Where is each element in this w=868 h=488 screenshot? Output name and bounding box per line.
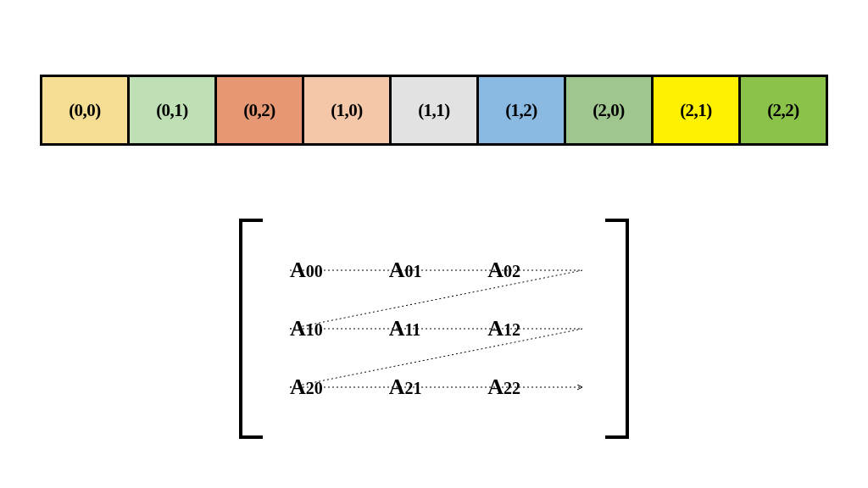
array-cell: (0,1) bbox=[127, 77, 214, 143]
matrix-element: A22 bbox=[487, 374, 520, 400]
array-cell: (1,1) bbox=[389, 77, 476, 143]
matrix-element: A21 bbox=[389, 374, 422, 400]
array-cell: (1,2) bbox=[476, 77, 564, 143]
matrix-element: A02 bbox=[487, 258, 520, 283]
matrix-element: A10 bbox=[290, 316, 323, 341]
matrix-element: A20 bbox=[290, 374, 323, 400]
matrix-element: A01 bbox=[389, 258, 422, 283]
array-cell: (2,1) bbox=[651, 77, 738, 143]
matrix-element: A12 bbox=[487, 316, 520, 341]
matrix-element: A11 bbox=[389, 316, 421, 341]
matrix-element: A00 bbox=[290, 258, 323, 283]
linear-array: (0,0)(0,1)(0,2)(1,0)(1,1)(1,2)(2,0)(2,1)… bbox=[40, 75, 828, 146]
matrix: A00A01A02A10A11A12A20A21A22 bbox=[239, 219, 629, 439]
array-cell: (0,2) bbox=[214, 77, 302, 143]
matrix-grid: A00A01A02A10A11A12A20A21A22 bbox=[290, 241, 587, 417]
array-cell: (2,0) bbox=[564, 77, 651, 143]
array-cell: (0,0) bbox=[42, 77, 127, 143]
array-cell: (2,2) bbox=[738, 77, 826, 143]
array-cell: (1,0) bbox=[302, 77, 389, 143]
